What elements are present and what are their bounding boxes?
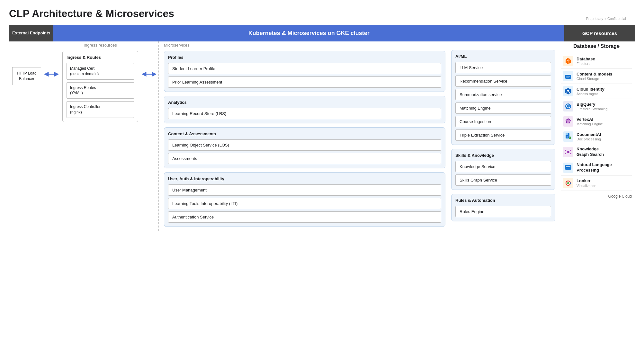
service-triple-extraction: Triple Extraction Service xyxy=(455,129,551,141)
confidential-label: Proprietary + Confidential xyxy=(586,17,626,21)
service-los: Learning Object Service (LOS) xyxy=(168,139,441,151)
gcp-item-documentai-text: DocumentAI Doc processing xyxy=(577,132,601,141)
page-container: CLP Architecture & Microservices Proprie… xyxy=(9,8,635,231)
ingress-item-2: Ingress Controller(nginx) xyxy=(67,101,134,118)
group-skills-knowledge: Skills & Knowledge Knowledge Service Ski… xyxy=(451,149,555,190)
svg-rect-15 xyxy=(567,137,568,138)
service-lrs: Learning Record Store (LRS) xyxy=(168,108,441,119)
gcp-item-bigquery-text: BigQuery Firestore Streaming xyxy=(577,102,608,111)
ingress-box-title: Ingress & Routes xyxy=(67,55,134,60)
documentai-icon xyxy=(563,131,573,142)
header-bar: External Endpoints Kubernetes & Microser… xyxy=(9,25,635,41)
group-aiml: AI/ML LLM Service Recommendation Service… xyxy=(451,50,555,145)
svg-point-31 xyxy=(567,182,569,184)
vertexai-icon xyxy=(563,116,573,127)
service-course-ingestion: Course Ingestion xyxy=(455,116,551,127)
col-external: HTTP Load Balancer xyxy=(9,41,44,231)
service-summarization: Summarization service xyxy=(455,89,551,100)
service-prior-learning-assessment: Prior Learning Assessment xyxy=(168,76,441,88)
gcp-item-knowledge-graph: KnowledgeGraph Search xyxy=(561,144,632,160)
col-aiml: AI/ML LLM Service Recommendation Service… xyxy=(449,41,558,231)
knowledge-graph-icon xyxy=(563,147,573,157)
svg-rect-14 xyxy=(567,136,568,137)
cloud-identity-icon xyxy=(563,86,573,96)
nlp-icon xyxy=(563,163,573,173)
google-cloud-footer: Google Cloud xyxy=(561,194,632,199)
gcp-item-database-text: Database Firestore xyxy=(577,57,595,66)
group-skills-title: Skills & Knowledge xyxy=(455,153,551,158)
group-content-title: Content & Assessments xyxy=(168,131,441,136)
service-skills-graph: Skills Graph Service xyxy=(455,174,551,186)
group-user-auth-title: User, Auth & Interoperability xyxy=(168,176,441,181)
gcp-item-knowledge-graph-text: KnowledgeGraph Search xyxy=(577,147,604,157)
group-analytics: Analytics Learning Record Store (LRS) xyxy=(164,96,445,123)
gcp-resources-header: GCP resources xyxy=(564,25,635,41)
ingress-section-label: Ingress resources xyxy=(62,43,138,48)
gcp-item-bigquery: BigQuery Firestore Streaming xyxy=(561,99,632,114)
cloud-storage-icon xyxy=(563,71,573,81)
ingress-item-1: Ingress Routes(YAML) xyxy=(67,82,134,99)
service-rules-engine: Rules Engine xyxy=(455,206,551,217)
svg-rect-13 xyxy=(566,133,568,135)
double-arrow-icon-2 xyxy=(142,70,156,78)
service-auth-service: Authentication Service xyxy=(168,211,441,223)
microservices-label: Microservices xyxy=(164,43,445,48)
http-load-balancer: HTTP Load Balancer xyxy=(12,67,41,85)
svg-rect-27 xyxy=(565,165,571,170)
col-gcp: Database / Storage Database Firestore Co… xyxy=(558,41,635,231)
group-aiml-title: AI/ML xyxy=(455,54,551,59)
bigquery-icon xyxy=(563,101,573,111)
group-user-auth: User, Auth & Interoperability User Manag… xyxy=(164,172,445,227)
group-rules-automation: Rules & Automation Rules Engine xyxy=(451,194,555,221)
looker-icon xyxy=(563,178,573,188)
svg-rect-28 xyxy=(566,166,570,167)
db-storage-title: Database / Storage xyxy=(561,43,632,49)
service-recommendation: Recommendation Service xyxy=(455,76,551,87)
gcp-item-content-models: Content & models Cloud Storage xyxy=(561,69,632,84)
gcp-item-vertexai: VertexAI Matching Engine xyxy=(561,114,632,129)
service-assessments: Assessments xyxy=(168,153,441,164)
service-knowledge: Knowledge Service xyxy=(455,161,551,172)
service-matching-engine: Matching Engine xyxy=(455,102,551,114)
gcp-item-nlp: Natural LanguageProcessing xyxy=(561,160,632,176)
gcp-item-looker: Looker Visualization xyxy=(561,176,632,191)
gcp-item-nlp-text: Natural LanguageProcessing xyxy=(577,162,612,173)
service-llm: LLM Service xyxy=(455,62,551,73)
ingress-to-ms-arrow xyxy=(142,41,156,231)
lb-to-ingress-arrow xyxy=(44,41,58,231)
svg-point-32 xyxy=(570,182,571,184)
group-content-assessments: Content & Assessments Learning Object Se… xyxy=(164,127,445,168)
svg-rect-4 xyxy=(566,77,569,77)
group-analytics-title: Analytics xyxy=(168,100,441,105)
double-arrow-icon xyxy=(44,70,58,78)
group-profiles: Profiles Student Learner Profile Prior L… xyxy=(164,51,445,92)
gcp-item-documentai: DocumentAI Doc processing xyxy=(561,129,632,144)
svg-point-6 xyxy=(567,90,569,92)
gcp-item-vertexai-text: VertexAI Matching Engine xyxy=(577,117,603,126)
k8s-bar: Kubernetes & Microservices on GKE cluste… xyxy=(53,25,564,41)
svg-point-7 xyxy=(565,103,571,109)
main-layout: HTTP Load Balancer Ingress resources xyxy=(9,41,635,231)
group-profiles-title: Profiles xyxy=(168,55,441,60)
external-endpoints-header: External Endpoints xyxy=(9,25,53,41)
vertical-separator xyxy=(158,41,159,231)
service-lti: Learning Tools Interoperability (LTI) xyxy=(168,198,441,209)
service-user-mgmt: User Management xyxy=(168,184,441,196)
gcp-item-content-models-text: Content & models Cloud Storage xyxy=(577,72,612,81)
col-microservices: Microservices Profiles Student Learner P… xyxy=(161,41,449,231)
ingress-box: Ingress & Routes Managed Cert(custom dom… xyxy=(62,51,138,122)
gcp-item-cloud-identity: Cloud Identity Access mgmt xyxy=(561,84,632,99)
group-rules-title: Rules & Automation xyxy=(455,198,551,203)
gcp-item-looker-text: Looker Visualization xyxy=(577,178,596,188)
svg-rect-3 xyxy=(566,76,570,76)
page-title: CLP Architecture & Microservices xyxy=(9,8,635,20)
svg-rect-29 xyxy=(566,168,569,168)
service-student-learner-profile: Student Learner Profile xyxy=(168,63,441,74)
firestore-icon xyxy=(563,56,573,66)
gcp-item-database: Database Firestore xyxy=(561,54,632,69)
ingress-item-0: Managed Cert(custom domain) xyxy=(67,63,134,80)
col-ingress: Ingress resources Ingress & Routes Manag… xyxy=(58,41,142,231)
gcp-item-cloud-identity-text: Cloud Identity Access mgmt xyxy=(577,87,604,96)
